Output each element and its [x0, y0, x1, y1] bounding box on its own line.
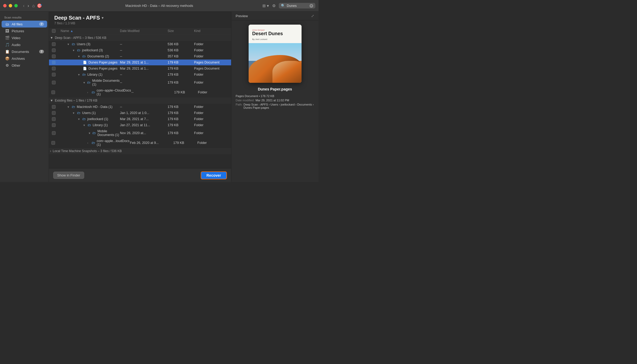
row-size: 179 KB [168, 117, 194, 121]
expand-icon[interactable]: ▼ [67, 106, 70, 108]
folder-icon: 🗁 [92, 131, 96, 135]
back-button[interactable]: ‹ [22, 3, 25, 9]
preview-file-name: Dunes Paper.pages [258, 87, 292, 91]
expand-icon[interactable]: › [87, 91, 90, 94]
row-name: Library (1) [93, 123, 108, 127]
maximize-button[interactable] [14, 4, 18, 7]
row-date: Nov 26, 2020 at... [120, 131, 168, 135]
sidebar-item-all-files[interactable]: 🗂 All files 7 [2, 21, 47, 28]
row-checkbox[interactable] [52, 73, 56, 76]
file-list-container[interactable]: Name ▲ Date Modified Size Kind ▼ Deep Sc… [49, 28, 231, 168]
table-row[interactable]: 📄 Dunes Paper.pages Mar 29, 2021 at 1...… [49, 66, 231, 72]
expand-icon[interactable]: ▼ [83, 124, 86, 127]
close-button[interactable] [3, 4, 7, 7]
row-checkbox[interactable] [52, 105, 56, 109]
row-checkbox[interactable] [52, 117, 56, 121]
column-headers: Name ▲ Date Modified Size Kind [49, 28, 231, 35]
forward-button[interactable]: › [26, 3, 30, 9]
sidebar-item-other[interactable]: ⚙ Other [2, 62, 47, 69]
row-checkbox[interactable] [52, 111, 56, 115]
table-row[interactable]: 📄 Dunes Paper.pages Mar 29, 2021 at 1...… [49, 60, 231, 66]
column-header-size: Size [168, 29, 194, 33]
sidebar-item-audio[interactable]: 🎵 Audio [2, 41, 47, 48]
row-checkbox[interactable] [52, 67, 56, 70]
expand-icon[interactable]: › [87, 142, 90, 144]
table-row[interactable]: ▼ 🗁 Users (1) Jan 1, 2020 at 1:0... 179 … [49, 110, 231, 116]
expand-icon[interactable]: ▼ [72, 49, 75, 52]
expand-icon[interactable]: ▼ [78, 73, 81, 76]
expand-icon[interactable]: ▼ [83, 81, 86, 84]
row-date: Mar 28, 2021 at 7... [120, 117, 168, 121]
table-row[interactable]: › 🗁 com~apple~CloudDocs (1) -- 179 KB Fo… [49, 88, 231, 97]
file-icon: 📄 [83, 67, 87, 70]
search-clear-button[interactable]: ✕ [309, 4, 313, 8]
folder-icon: 🗁 [77, 48, 80, 52]
row-name: joellockard (3) [82, 48, 103, 52]
table-row[interactable]: ▼ 🗁 Library (1) Jan 27, 2021 at 11... 17… [49, 122, 231, 128]
expand-icon[interactable]: ▼ [67, 43, 70, 46]
sidebar-item-archives[interactable]: 📦 Archives [2, 55, 47, 62]
preview-path-label: Path: [236, 103, 243, 109]
row-checkbox[interactable] [52, 61, 56, 64]
row-size: 179 KB [168, 111, 194, 115]
row-checkbox[interactable] [52, 48, 56, 52]
sidebar-label-all-files: All files [12, 22, 37, 26]
sidebar-item-video[interactable]: 🎬 Video [2, 34, 47, 41]
preview-expand-button[interactable]: ⤢ [311, 14, 314, 18]
section-collapse-icon: ▼ [50, 36, 53, 40]
target-button[interactable]: 🎯 [37, 3, 42, 8]
row-checkbox[interactable] [52, 123, 56, 127]
row-checkbox[interactable] [52, 42, 56, 46]
show-in-finder-button[interactable]: Show in Finder [53, 172, 84, 179]
expand-icon[interactable]: ▼ [88, 132, 91, 135]
view-options-button[interactable]: ⊞ ▾ [262, 3, 269, 8]
scan-dropdown-arrow[interactable]: ▾ [102, 16, 104, 20]
preview-meta-type-size: Pages Document • 178.72 KB [236, 94, 314, 98]
folder-icon: 🗁 [92, 141, 95, 145]
sidebar-item-documents[interactable]: 📋 Documents 7 [2, 48, 47, 55]
section-time-machine[interactable]: › Local Time Machine Snapshots – 3 files… [49, 148, 231, 154]
minimize-button[interactable] [9, 4, 12, 7]
select-all-checkbox[interactable] [52, 29, 56, 33]
table-row[interactable]: ▼ 🗁 Mobile Documents (1) Nov 26, 2020 at… [49, 128, 231, 138]
folder-icon: 🗁 [82, 117, 86, 121]
table-row[interactable]: ▼ 🗁 joellockard (1) Mar 28, 2021 at 7...… [49, 116, 231, 122]
row-checkbox[interactable] [52, 131, 56, 135]
section-existing-label: Existing files – 1 files / 179 KB [55, 99, 97, 102]
table-row[interactable]: ▼ 🗁 Users (3) -- 536 KB Folder [49, 41, 231, 47]
row-kind: Folder [198, 90, 231, 94]
row-size: 179 KB [173, 141, 198, 145]
sidebar-item-pictures[interactable]: 🖼 Pictures [2, 28, 47, 34]
row-checkbox[interactable] [52, 54, 56, 58]
row-date: Jan 1, 2020 at 1:0... [120, 111, 168, 115]
row-checkbox[interactable] [52, 81, 56, 84]
section-existing-files[interactable]: ▼ Existing files – 1 files / 179 KB [49, 97, 231, 104]
expand-icon[interactable]: ▼ [78, 55, 81, 58]
table-row[interactable]: ▼ 🗁 Documents (2) -- 357 KB Folder [49, 53, 231, 60]
title-right: ⊞ ▾ ⚙ 🔍 ✕ [262, 3, 315, 8]
expand-icon[interactable]: ▼ [72, 112, 75, 115]
pages-cover-image [249, 43, 302, 83]
section-time-machine-label: Local Time Machine Snapshots – 3 files /… [53, 149, 122, 153]
table-row[interactable]: ▼ 🗁 Mobile Documents (1) -- 179 KB Folde… [49, 78, 231, 88]
section-deep-scan[interactable]: ▼ Deep Scan - APFS – 3 files / 536 KB [49, 35, 231, 41]
home-button[interactable]: ⌂ [32, 3, 35, 8]
audio-icon: 🎵 [5, 43, 10, 47]
filter-button[interactable]: ⚙ [272, 3, 276, 8]
table-row[interactable]: ▼ 🗁 Library (1) -- 179 KB Folder [49, 72, 231, 78]
table-row[interactable]: ▼ 🗁 joellockard (3) -- 536 KB Folder [49, 47, 231, 53]
preview-title: Preview [236, 14, 248, 18]
search-input[interactable] [287, 4, 308, 8]
row-name: Users (1) [82, 111, 96, 115]
row-checkbox[interactable] [51, 141, 55, 145]
preview-type-size-value: Pages Document • 178.72 KB [236, 94, 274, 98]
pages-cover-top: Urna Semper Desert Dunes By Joel Lockard [249, 25, 302, 43]
sidebar-label-documents: Documents [12, 50, 37, 54]
table-row[interactable]: › 🗁 com~apple...loudDocs (1) Feb 26, 202… [49, 138, 231, 148]
table-row[interactable]: ▼ 🗁 Macintosh HD - Data (1) -- 179 KB Fo… [49, 104, 231, 110]
expand-icon[interactable]: ▼ [78, 118, 81, 121]
row-checkbox[interactable] [51, 90, 55, 94]
recover-button[interactable]: Recover [201, 171, 227, 179]
content-header: Deep Scan - APFS ▾ 7 files / 1.3 MB [49, 12, 231, 28]
window-title: Macintosh HD - Data – All recovery metho… [125, 4, 193, 8]
